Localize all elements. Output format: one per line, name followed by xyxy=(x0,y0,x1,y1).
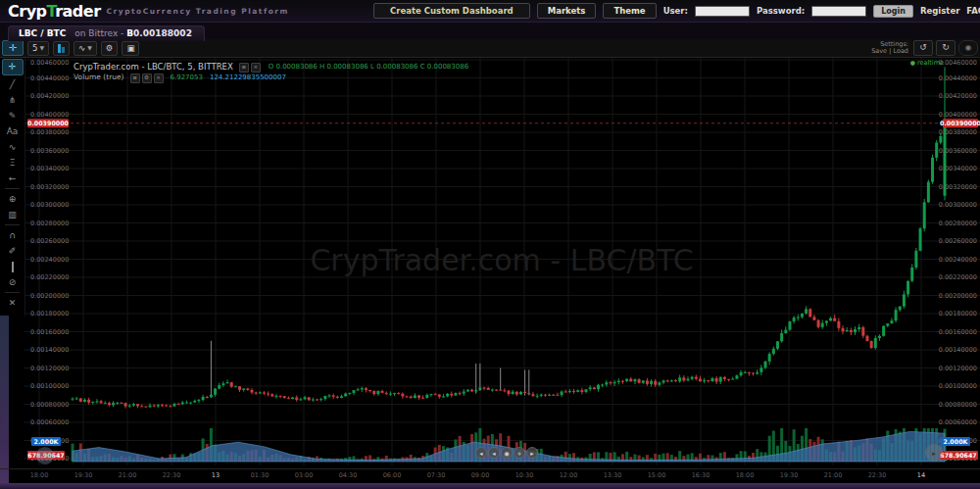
tool-hide-drawings[interactable]: ⊘ xyxy=(0,274,24,290)
tool-draw-mode[interactable]: ✐ xyxy=(0,243,24,259)
page-bottom-strip xyxy=(0,483,980,489)
svg-text:0.00100000: 0.00100000 xyxy=(30,382,69,390)
tab-lbc-btc[interactable]: LBC / BTC on Bittrex - B0.00188002 xyxy=(8,25,205,41)
tool-measure[interactable]: ▥ xyxy=(0,207,24,222)
login-button[interactable]: Login xyxy=(873,5,913,18)
crosshair-tool-button[interactable]: ✛ xyxy=(2,40,24,56)
svg-text:0.00390000: 0.00390000 xyxy=(940,120,980,126)
svg-text:0.00280000: 0.00280000 xyxy=(30,220,69,227)
nav-zoom-in[interactable]: + xyxy=(514,448,525,459)
svg-text:678.90647: 678.90647 xyxy=(940,452,976,459)
close-icon[interactable]: × xyxy=(251,63,261,73)
tab-bar: LBC / BTC on Bittrex - B0.00188002 xyxy=(0,22,980,39)
tool-text[interactable]: Aa xyxy=(0,123,24,139)
indicator-settings-button[interactable]: ⚙ xyxy=(101,41,119,56)
svg-text:0.00300000: 0.00300000 xyxy=(939,201,977,209)
nav-step-left[interactable]: ◂ xyxy=(489,448,500,459)
svg-text:0.00140000: 0.00140000 xyxy=(939,346,977,354)
chevron-down-icon: ▼ xyxy=(39,42,44,54)
time-tick: 18:00 xyxy=(30,471,49,479)
price-chart[interactable]: CrypTrader.com - LBC/BTC0.004600000.0046… xyxy=(24,57,980,468)
svg-text:0.00380000: 0.00380000 xyxy=(939,128,977,136)
tab-price: 0.00188002 xyxy=(133,28,192,38)
nav-step-right[interactable]: ▸ xyxy=(527,448,538,459)
svg-text:0.00380000: 0.00380000 xyxy=(30,128,69,136)
svg-text:0.00220000: 0.00220000 xyxy=(939,273,977,281)
volume-value: 6.927053 xyxy=(171,73,203,81)
register-link[interactable]: Register xyxy=(920,6,959,16)
tool-magnet[interactable]: ∩ xyxy=(0,227,24,243)
screenshot-button[interactable]: ◉ xyxy=(958,40,978,56)
nav-center[interactable]: ◉ xyxy=(502,448,513,459)
tool-xabcd-pattern[interactable]: ∿ xyxy=(0,139,24,155)
svg-text:0.00420000: 0.00420000 xyxy=(30,92,69,100)
password-input[interactable] xyxy=(811,6,866,17)
tool-zoom-in[interactable]: ⊕ xyxy=(0,191,24,207)
tool-delete-drawings[interactable]: ✕ xyxy=(0,295,24,311)
undo-button[interactable]: ↺ xyxy=(913,40,933,56)
time-tick: 13:30 xyxy=(604,471,622,479)
time-tick: 22:30 xyxy=(868,471,887,479)
volume-value-2: 124.21229835500007 xyxy=(210,73,286,81)
legend-title: CrypTrader.com - LBC/BTC, 5, BITTREX xyxy=(74,62,233,72)
settings-icon[interactable]: ⚙ xyxy=(142,73,152,83)
create-dashboard-button[interactable]: Create Custom Dashboard xyxy=(373,3,530,19)
chart-toolbar: ✛ 5▼ ∿▼ ⚙ ▣ Settings:Save | Load ↺ ↻ ◉ xyxy=(0,39,980,58)
svg-text:0.00060000: 0.00060000 xyxy=(939,418,977,426)
ghost-logo-right: ▸ xyxy=(925,444,943,462)
svg-text:0.00260000: 0.00260000 xyxy=(939,237,977,245)
markets-button[interactable]: Markets xyxy=(537,3,597,19)
camera-icon: ▣ xyxy=(126,42,134,54)
saveload-links[interactable]: Save | Load xyxy=(871,47,908,55)
user-label: User: xyxy=(663,6,688,16)
time-tick: 16:30 xyxy=(692,471,710,479)
svg-text:0.00300000: 0.00300000 xyxy=(30,201,69,209)
tool-pitchfork[interactable]: ⋔ xyxy=(0,92,24,108)
interval-value: 5 xyxy=(32,42,37,54)
chevron-down-icon: ▼ xyxy=(87,42,92,54)
tool-trend-line[interactable]: ╱ xyxy=(0,76,24,92)
gear-icon: ⚙ xyxy=(106,42,114,54)
tool-elliott-wave[interactable]: Ξ xyxy=(0,155,24,171)
svg-text:0.00240000: 0.00240000 xyxy=(30,256,69,264)
svg-text:0.00180000: 0.00180000 xyxy=(939,310,977,318)
svg-text:0.00320000: 0.00320000 xyxy=(30,183,69,191)
realtime-indicator: ● realtime xyxy=(910,59,944,67)
tool-lock[interactable] xyxy=(0,259,24,274)
time-tick: 01:30 xyxy=(251,471,270,479)
realtime-label: realtime xyxy=(917,59,944,67)
svg-text:0.00160000: 0.00160000 xyxy=(30,328,69,336)
time-axis[interactable]: 18:0019:3021:0022:301301:3003:0004:3006:… xyxy=(0,468,980,482)
settings-saveload[interactable]: Settings:Save | Load xyxy=(871,41,908,55)
line-style-button[interactable]: ∿▼ xyxy=(74,41,97,56)
tool-brush[interactable]: ✎ xyxy=(0,108,24,123)
close-icon[interactable]: × xyxy=(154,73,164,83)
svg-text:0.00200000: 0.00200000 xyxy=(939,292,977,300)
svg-text:◉: ◉ xyxy=(504,450,510,458)
svg-text:0.00340000: 0.00340000 xyxy=(939,165,977,172)
menu-icon[interactable]: ≡ xyxy=(239,63,249,73)
faq-link[interactable]: FAQ xyxy=(966,6,980,16)
redo-button[interactable]: ↻ xyxy=(936,40,956,56)
nav-page-left[interactable]: ◂ xyxy=(476,448,487,459)
theme-button[interactable]: Theme xyxy=(603,3,656,19)
user-input[interactable] xyxy=(695,6,750,17)
interval-select[interactable]: 5▼ xyxy=(27,41,49,56)
header-controls: Create Custom Dashboard Markets Theme Us… xyxy=(373,0,980,22)
tool-arrow[interactable]: ← xyxy=(0,171,24,186)
svg-text:0.00120000: 0.00120000 xyxy=(30,365,69,372)
chart-style-button[interactable] xyxy=(53,41,70,56)
svg-text:0.00460000: 0.00460000 xyxy=(939,59,977,67)
menu-icon[interactable]: ≡ xyxy=(130,73,140,83)
svg-text:0.00140000: 0.00140000 xyxy=(30,346,69,354)
logo-text: Cryp xyxy=(8,2,47,21)
lock-icon xyxy=(12,260,14,275)
snapshot-button[interactable]: ▣ xyxy=(122,41,139,56)
candlestick-icon xyxy=(58,44,65,53)
time-tick: 19:30 xyxy=(74,471,93,479)
svg-text:0.00360000: 0.00360000 xyxy=(939,147,977,155)
polyline-icon: ∿ xyxy=(78,42,85,54)
svg-text:0.00100000: 0.00100000 xyxy=(939,382,977,390)
svg-text:0.00080000: 0.00080000 xyxy=(30,401,69,409)
tool-crosshair[interactable]: ✛ xyxy=(2,59,24,75)
